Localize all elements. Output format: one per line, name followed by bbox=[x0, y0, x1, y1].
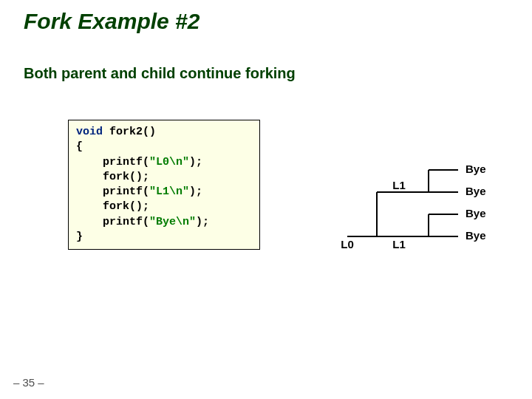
code-fn: fork2() bbox=[103, 126, 156, 138]
code-kw-void: void bbox=[76, 126, 103, 138]
code-printf3-a: printf( bbox=[76, 216, 149, 228]
diagram-label-bye-3: Bye bbox=[466, 185, 486, 197]
diagram-label-l1-top: L1 bbox=[392, 179, 406, 191]
slide-subtitle: Both parent and child continue forking bbox=[24, 65, 296, 82]
code-printf1-a: printf( bbox=[76, 156, 149, 168]
code-printf3-c: ); bbox=[196, 216, 209, 228]
diagram-label-bye-4: Bye bbox=[466, 163, 486, 175]
code-brace-open: { bbox=[76, 140, 83, 153]
code-fork1: fork(); bbox=[76, 171, 149, 183]
slide-number: – 35 – bbox=[13, 376, 44, 389]
code-box: void fork2() { printf("L0\n"); fork(); p… bbox=[68, 120, 260, 250]
code-printf1-c: ); bbox=[189, 156, 202, 168]
code-brace-close: } bbox=[76, 231, 83, 243]
slide-title: Fork Example #2 bbox=[24, 9, 200, 34]
fork-diagram: L0 L1 L1 Bye Bye Bye Bye bbox=[318, 148, 502, 251]
code-printf2-c: ); bbox=[189, 185, 202, 198]
code-printf1-str: "L0\n" bbox=[149, 156, 189, 168]
code-printf2-a: printf( bbox=[76, 185, 149, 198]
diagram-label-l0: L0 bbox=[341, 238, 354, 250]
code-printf3-str: "Bye\n" bbox=[149, 216, 196, 228]
code-printf2-str: "L1\n" bbox=[149, 185, 189, 198]
diagram-label-bye-1: Bye bbox=[466, 229, 486, 242]
diagram-label-bye-2: Bye bbox=[466, 207, 486, 219]
code-fork2: fork(); bbox=[76, 200, 149, 213]
diagram-label-l1-bottom: L1 bbox=[392, 238, 406, 250]
